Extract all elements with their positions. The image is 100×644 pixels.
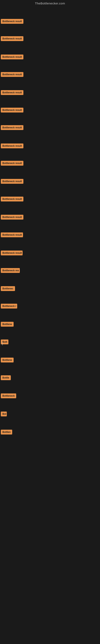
- bottleneck-badge[interactable]: Bottle: [1, 375, 11, 380]
- bottleneck-badge[interactable]: Bottleneck result: [1, 90, 23, 95]
- list-item: Bottlenec: [1, 286, 15, 292]
- bottleneck-badge[interactable]: Bottlenec: [1, 286, 15, 291]
- list-item: Bottleneck result: [1, 161, 23, 166]
- bottleneck-badge[interactable]: Bottleneck result: [1, 125, 23, 130]
- list-item: Bottleneck result: [1, 72, 23, 78]
- list-item: Bottlene: [1, 322, 14, 328]
- list-item: Bottle: [1, 375, 11, 381]
- list-item: Bottleneck result: [1, 108, 23, 113]
- list-item: Bottleneck result: [1, 54, 23, 60]
- bottleneck-list: Bottleneck resultBottleneck resultBottle…: [0, 8, 100, 450]
- bottleneck-badge[interactable]: Bottleneck: [1, 394, 16, 398]
- text-cursor: |: [2, 341, 3, 346]
- bottleneck-badge[interactable]: Bottleneck result: [1, 72, 23, 77]
- list-item: Bottleneck result: [1, 36, 23, 42]
- bottleneck-badge[interactable]: Bottleneck result: [1, 19, 23, 24]
- list-item: Bottleneck result: [1, 144, 23, 149]
- bottleneck-badge[interactable]: Bottlen: [1, 430, 12, 434]
- bottleneck-badge[interactable]: Bottleneck r: [1, 304, 17, 308]
- list-item: Bottlen: [1, 430, 12, 435]
- list-item: Bottleneck result: [1, 179, 23, 184]
- bottleneck-badge[interactable]: Bottlene: [1, 322, 14, 327]
- bottleneck-badge[interactable]: Bottleneck result: [1, 250, 23, 256]
- bottleneck-badge[interactable]: Bottleneck result: [1, 144, 23, 148]
- bottleneck-badge[interactable]: Bottleneck result: [1, 196, 23, 202]
- bottleneck-badge[interactable]: Bol: [1, 412, 7, 416]
- list-item: Bottleneck res: [1, 268, 20, 274]
- list-item: Bottleneck result: [1, 250, 23, 256]
- bottleneck-badge[interactable]: Bottleneck res: [1, 268, 20, 273]
- bottleneck-badge[interactable]: Bottlene: [1, 358, 14, 362]
- list-item: Bottleneck: [1, 394, 16, 399]
- list-item: Bol: [1, 412, 7, 417]
- bottleneck-badge[interactable]: Bottleneck result: [1, 108, 23, 112]
- list-item: Bottleneck result: [1, 215, 23, 220]
- list-item: Bottleneck result: [1, 196, 23, 202]
- bottleneck-badge[interactable]: Bottleneck result: [1, 161, 23, 166]
- bottleneck-badge[interactable]: Bottleneck result: [1, 215, 23, 220]
- list-item: Bottlene: [1, 358, 14, 363]
- bottleneck-badge[interactable]: Bottleneck result: [1, 54, 23, 59]
- list-item: Bottleneck result: [1, 90, 23, 96]
- list-item: Bottleneck result: [1, 19, 23, 24]
- page-container: TheBottlenecker.com Bottleneck resultBot…: [0, 0, 100, 450]
- bottleneck-badge[interactable]: Bottleneck result: [1, 232, 23, 237]
- bottleneck-badge[interactable]: Bottleneck result: [1, 179, 23, 184]
- site-header: TheBottlenecker.com: [0, 0, 100, 8]
- list-item: Bottleneck r: [1, 304, 17, 309]
- list-item: Bottleneck result: [1, 232, 23, 238]
- list-item: Bottleneck result: [1, 125, 23, 131]
- bottleneck-badge[interactable]: Bottleneck result: [1, 36, 23, 41]
